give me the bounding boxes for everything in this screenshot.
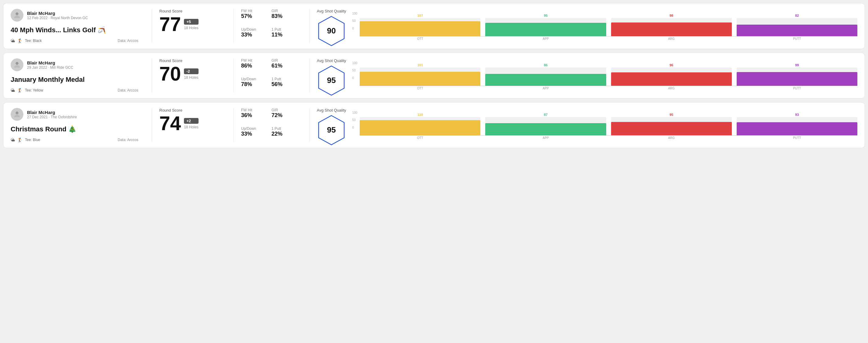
weather-icon: 🌥 [11,38,15,43]
bar-wrapper [485,67,606,86]
oneputt-stat: 1 Putt 22% [272,126,296,143]
bar-label-putt: PUTT [737,136,857,139]
fw-hit-label: FW Hit [241,58,266,63]
score-holes: 18 Holes [184,125,198,129]
score-badge-info: +5 18 Holes [184,19,198,30]
bar-group-app: 87 [485,113,606,135]
fw-hit-stat: FW Hit 36% [241,108,266,124]
bar-wrapper [360,18,480,36]
bar-fill [611,72,732,86]
bar-fill [737,72,857,86]
score-main: 70 -2 18 Holes [159,64,220,84]
bar-label-app: APP [485,136,606,139]
svg-point-3 [16,62,18,65]
round-title: Christmas Round 🎄 [11,124,138,134]
bar-wrapper [485,117,606,135]
user-meta: 29 Jan 2022 · Mill Ride GCC [27,65,73,70]
bar-value: 110 [417,113,423,117]
bar-value: 82 [795,14,799,17]
user-icon [13,61,21,69]
user-icon [13,11,21,20]
bar-group-putt: 82 [737,14,857,36]
oneputt-value: 11% [272,32,296,38]
score-holes: 18 Holes [184,26,198,30]
bar-group-arg: 95 [611,113,732,135]
bar-fill [360,21,480,36]
card-footer: 🌥 🏌 Tee: Blue Data: Arccos [11,137,138,142]
card-score: Round Score 70 -2 18 Holes [159,58,226,93]
bar-value: 98 [670,14,673,17]
footer-left: 🌥 🏌 Tee: Blue [11,137,40,142]
oneputt-stat: 1 Putt 11% [272,27,296,43]
user-info: Blair McHarg 12 Feb 2022 · Royal North D… [11,9,138,22]
y-bot: 0 [352,76,358,80]
svg-point-0 [16,12,18,15]
bar-value: 95 [670,113,673,117]
user-name: Blair McHarg [27,60,73,65]
bar-wrapper [737,117,857,135]
y-mid: 50 [352,19,358,23]
bar-fill [737,25,857,36]
updown-value: 78% [241,81,266,88]
footer-left: 🌥 🏌 Tee: Yellow [11,88,43,93]
card-score: Round Score 74 +2 18 Holes [159,108,226,142]
bar-group-ott: 107 [360,14,480,36]
bar-fill [485,23,606,36]
quality-label: Avg Shot Quality [317,108,346,113]
bar-labels-row: OTTAPPARGPUTT [360,37,857,40]
bar-wrapper [611,18,732,36]
gir-label: GIR [272,108,296,112]
data-source: Data: Arccos [118,138,138,142]
bar-group-putt: 93 [737,113,857,135]
bar-value: 93 [795,113,799,117]
chart-wrapper: 100 50 0 107 95 98 82 [352,12,857,40]
card-footer: 🌥 🏌 Tee: Yellow Data: Arccos [11,88,138,93]
tee-label: Tee: Blue [25,138,40,142]
svg-text:90: 90 [327,26,336,35]
axis-line [360,36,857,36]
updown-label: Up/Down [241,77,266,81]
bar-label-app: APP [485,87,606,90]
bars-column: 101 86 96 99 OTTAPPARGPUTT [360,61,857,90]
fw-hit-label: FW Hit [241,9,266,13]
bar-group-ott: 101 [360,63,480,86]
score-number: 77 [159,14,181,34]
bar-label-arg: ARG [611,37,732,40]
updown-label: Up/Down [241,126,266,131]
svg-text:95: 95 [327,76,336,85]
score-number: 70 [159,64,181,84]
y-axis-labels: 100 50 0 [352,61,359,80]
bar-fill [485,123,606,135]
hexagon-container: Avg Shot Quality 90 [317,9,346,43]
score-label: Round Score [159,58,220,63]
bag-icon: 🏌 [17,38,23,43]
bag-icon: 🏌 [17,137,23,142]
chart-wrapper: 100 50 0 101 86 96 99 [352,61,857,90]
svg-point-6 [16,112,18,114]
bar-label-app: APP [485,37,606,40]
gir-value: 83% [272,13,296,20]
bar-wrapper [611,67,732,86]
fw-hit-stat: FW Hit 57% [241,9,266,25]
score-holes: 18 Holes [184,75,198,80]
score-badge-info: +2 18 Holes [184,118,198,129]
gir-value: 72% [272,112,296,119]
hexagon-container: Avg Shot Quality 95 [317,58,346,93]
divider-3 [309,108,310,142]
user-meta: 12 Feb 2022 · Royal North Devon GC [27,16,88,20]
bar-label-arg: ARG [611,87,732,90]
fw-hit-value: 57% [241,13,266,20]
bag-icon: 🏌 [17,88,23,93]
y-bot: 0 [352,126,358,129]
y-bot: 0 [352,27,358,30]
fw-hit-value: 36% [241,112,266,119]
divider-1 [152,9,152,43]
bar-wrapper [360,117,480,135]
card-quality: Avg Shot Quality 95 100 50 0 101 86 [317,58,857,93]
user-name: Blair McHarg [27,11,88,16]
bar-wrapper [611,117,732,135]
gir-value: 61% [272,63,296,69]
score-main: 74 +2 18 Holes [159,114,220,133]
bar-label-ott: OTT [360,136,480,139]
data-source: Data: Arccos [118,88,138,92]
